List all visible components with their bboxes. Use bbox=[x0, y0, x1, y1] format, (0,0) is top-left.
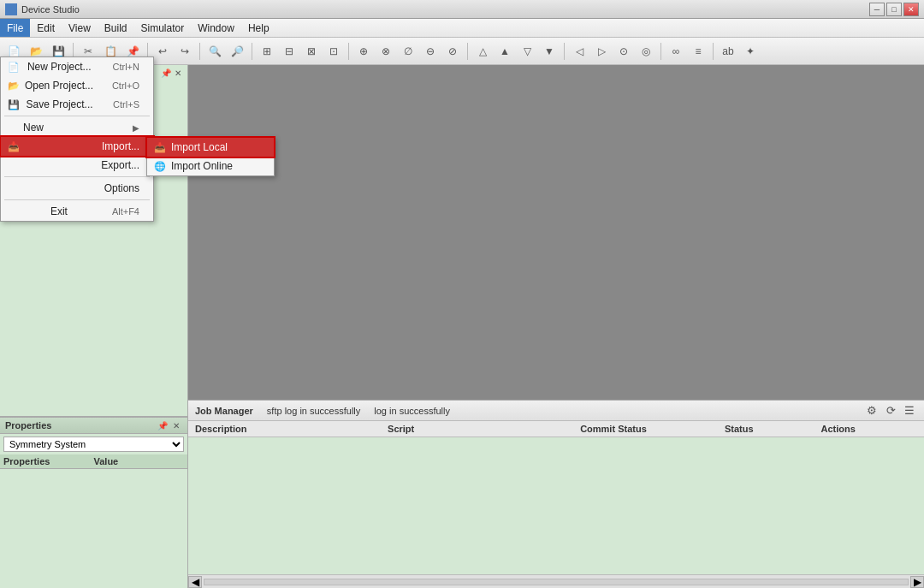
tb-b6[interactable]: ⊗ bbox=[376, 41, 396, 62]
menu-help[interactable]: Help bbox=[241, 19, 276, 37]
job-col-commit-status: Commit Status bbox=[580, 424, 725, 434]
job-manager-status1: sftp log in successfully bbox=[267, 406, 360, 416]
menu-file[interactable]: File bbox=[0, 19, 30, 37]
properties-pin-btn[interactable]: 📌 bbox=[157, 419, 169, 431]
menu-open-project[interactable]: 📂 Open Project... Ctrl+O bbox=[1, 76, 153, 95]
job-col-actions: Actions bbox=[820, 424, 917, 434]
options-label: Options bbox=[104, 182, 139, 194]
tb-zoom-out[interactable]: 🔎 bbox=[227, 41, 247, 62]
properties-title: Properties bbox=[5, 420, 51, 431]
menu-build[interactable]: Build bbox=[98, 19, 134, 37]
tb-sep7 bbox=[564, 43, 565, 60]
job-scrollbar[interactable]: ◀ ▶ bbox=[188, 574, 924, 588]
menu-new-project[interactable]: 📄 New Project... Ctrl+N bbox=[1, 57, 153, 76]
save-project-shortcut: Ctrl+S bbox=[113, 99, 139, 110]
separator-3 bbox=[4, 199, 150, 200]
new-project-label: New Project... bbox=[27, 61, 92, 73]
jm-settings-btn[interactable]: ⚙ bbox=[864, 403, 880, 419]
symmetry-row: Symmetry System bbox=[0, 434, 187, 454]
app-title: Device Studio bbox=[21, 4, 80, 15]
tb-b8[interactable]: ⊖ bbox=[420, 41, 441, 62]
properties-header: Properties 📌 ✕ bbox=[0, 417, 187, 434]
minimize-button[interactable]: ─ bbox=[869, 3, 885, 16]
job-table-body bbox=[188, 437, 924, 574]
separator-1 bbox=[4, 116, 150, 116]
canvas-area[interactable] bbox=[188, 65, 924, 400]
prop-table-header: Properties Value bbox=[0, 454, 187, 469]
submenu-import-online[interactable]: 🌐 Import Online bbox=[147, 157, 274, 175]
tb-b17[interactable]: ◎ bbox=[636, 41, 656, 62]
tb-redo[interactable]: ↪ bbox=[175, 41, 195, 62]
close-button[interactable]: ✕ bbox=[903, 3, 919, 16]
import-online-label: Import Online bbox=[171, 160, 233, 172]
tb-b5[interactable]: ⊕ bbox=[353, 41, 374, 62]
tb-b18[interactable]: ∞ bbox=[666, 41, 686, 62]
job-manager-actions: ⚙ ⟳ ☰ bbox=[864, 403, 917, 419]
panel-close-btn[interactable]: ✕ bbox=[172, 67, 184, 79]
separator-2 bbox=[4, 176, 150, 177]
title-bar-left: Device Studio bbox=[5, 3, 80, 15]
tb-sep8 bbox=[660, 43, 661, 60]
import-label: Import... bbox=[102, 140, 139, 152]
new-arrow: ▶ bbox=[133, 123, 139, 133]
prop-col-value: Value bbox=[94, 456, 185, 466]
export-label: Export... bbox=[101, 159, 139, 171]
menu-import[interactable]: 📥 Import... 📥 Import Local 🌐 Import Onli… bbox=[1, 137, 153, 156]
submenu-import-local[interactable]: 📥 Import Local bbox=[147, 138, 274, 157]
exit-shortcut: Alt+F4 bbox=[112, 206, 139, 217]
tb-b7[interactable]: ∅ bbox=[398, 41, 418, 62]
exit-label: Exit bbox=[50, 205, 68, 217]
menu-exit[interactable]: Exit Alt+F4 bbox=[1, 202, 153, 221]
menu-export[interactable]: Export... bbox=[1, 156, 153, 175]
scrollbar-left-btn[interactable]: ◀ bbox=[188, 576, 202, 588]
tb-b4[interactable]: ⊡ bbox=[323, 41, 344, 62]
tb-b10[interactable]: △ bbox=[472, 41, 493, 62]
tb-b21[interactable]: ✦ bbox=[740, 41, 761, 62]
tb-b20[interactable]: ab bbox=[718, 41, 738, 62]
tb-b1[interactable]: ⊞ bbox=[257, 41, 277, 62]
tb-b15[interactable]: ▷ bbox=[591, 41, 612, 62]
menu-save-project[interactable]: 💾 Save Project... Ctrl+S bbox=[1, 95, 153, 114]
properties-controls: 📌 ✕ bbox=[157, 419, 182, 431]
menu-edit[interactable]: Edit bbox=[30, 19, 62, 37]
import-local-icon: 📥 bbox=[154, 142, 171, 153]
scrollbar-right-btn[interactable]: ▶ bbox=[910, 576, 924, 588]
new-project-icon: 📄 bbox=[8, 62, 23, 73]
tb-b9[interactable]: ⊘ bbox=[442, 41, 463, 62]
jm-config-btn[interactable]: ☰ bbox=[902, 403, 917, 419]
tb-zoom-in[interactable]: 🔍 bbox=[204, 41, 225, 62]
menu-new[interactable]: New ▶ bbox=[1, 118, 153, 137]
job-manager-status2: log in successfully bbox=[374, 406, 450, 416]
tb-sep5 bbox=[348, 43, 349, 60]
tb-b2[interactable]: ⊟ bbox=[279, 41, 299, 62]
menu-bar: File Edit View Build Simulator Window He… bbox=[0, 19, 924, 38]
scrollbar-track[interactable] bbox=[204, 579, 909, 585]
properties-close-btn[interactable]: ✕ bbox=[170, 419, 182, 431]
tb-b3[interactable]: ⊠ bbox=[301, 41, 322, 62]
app-icon bbox=[5, 3, 17, 15]
tb-b14[interactable]: ◁ bbox=[569, 41, 589, 62]
job-manager: Job Manager sftp log in successfully log… bbox=[188, 400, 924, 588]
tb-undo[interactable]: ↩ bbox=[152, 41, 173, 62]
panel-pin-btn[interactable]: 📌 bbox=[160, 67, 172, 79]
menu-view[interactable]: View bbox=[62, 19, 98, 37]
tb-b11[interactable]: ▲ bbox=[495, 41, 515, 62]
menu-simulator[interactable]: Simulator bbox=[134, 19, 192, 37]
tb-b19[interactable]: ≡ bbox=[688, 41, 708, 62]
open-project-icon: 📂 bbox=[8, 80, 23, 92]
import-submenu: 📥 Import Local 🌐 Import Online bbox=[146, 137, 275, 176]
jm-refresh-btn[interactable]: ⟳ bbox=[883, 403, 898, 419]
job-manager-header: Job Manager sftp log in successfully log… bbox=[188, 401, 924, 421]
tb-sep9 bbox=[713, 43, 714, 60]
symmetry-select[interactable]: Symmetry System bbox=[3, 437, 184, 452]
menu-window[interactable]: Window bbox=[191, 19, 241, 37]
tb-b16[interactable]: ⊙ bbox=[613, 41, 634, 62]
menu-options[interactable]: Options bbox=[1, 179, 153, 198]
tb-b12[interactable]: ▽ bbox=[517, 41, 537, 62]
import-online-icon: 🌐 bbox=[154, 161, 171, 172]
job-manager-title: Job Manager bbox=[195, 406, 253, 416]
tb-b13[interactable]: ▼ bbox=[539, 41, 560, 62]
job-table-header: Description Script Commit Status Status … bbox=[188, 421, 924, 437]
import-icon: 📥 bbox=[8, 141, 23, 152]
maximize-button[interactable]: □ bbox=[886, 3, 902, 16]
